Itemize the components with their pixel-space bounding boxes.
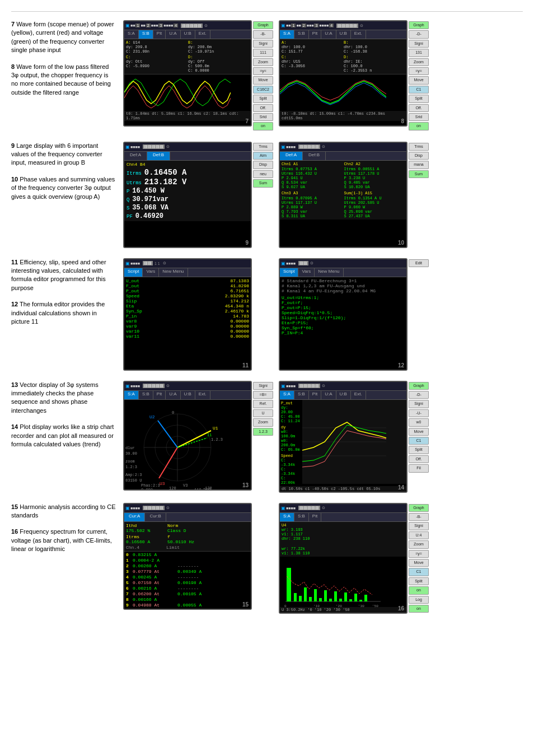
tab-sa-16[interactable]: S:A <box>280 513 294 521</box>
rbtn-trms-10[interactable]: Trms <box>409 143 429 151</box>
rbtn-graph-8[interactable]: Graph <box>409 21 429 29</box>
rbtn-graph-14[interactable]: Graph <box>409 382 429 390</box>
rbtn-move-14[interactable]: Move <box>409 428 429 436</box>
rbtn-move-7[interactable]: Move <box>253 76 273 84</box>
tab-ub-14[interactable]: U:B <box>336 391 351 399</box>
rbtn-y-16[interactable]: =y= <box>409 550 429 558</box>
rbtn-y-7[interactable]: =y= <box>253 67 273 75</box>
rbtn-move-16[interactable]: Move <box>409 559 429 567</box>
rbtn-on-7[interactable]: on <box>253 122 273 130</box>
rbtn-signi-7[interactable]: Signi <box>253 40 273 48</box>
tab-plt-7[interactable]: Plt <box>153 30 166 39</box>
rbtn-zoom-16[interactable]: Zoom <box>409 540 429 548</box>
rbtn-d-14[interactable]: -D- <box>409 391 429 399</box>
tab-ext-14[interactable]: Ext. <box>351 391 366 399</box>
tab-ua-14[interactable]: U:A <box>321 391 336 399</box>
rbtn-zoom-7[interactable]: Zoom <box>253 58 273 66</box>
tab-sa-14[interactable]: S:A <box>280 391 294 399</box>
tab-sb-14[interactable]: S:B <box>294 391 309 399</box>
rbtn-trms-9[interactable]: Trms <box>253 143 273 151</box>
rbtn-sum-10[interactable]: Sum <box>409 170 429 178</box>
rbtn-off-8[interactable]: Off. <box>409 104 429 112</box>
rbtn-d-8[interactable]: -D- <box>409 30 429 38</box>
tab-defa-10[interactable]: Def:A <box>280 152 303 160</box>
rbtn-u-14[interactable]: -U- <box>409 409 429 417</box>
tab-ua-7[interactable]: U:A <box>166 30 180 39</box>
tab-vars-12[interactable]: Vars <box>298 268 315 277</box>
rbtn-ref-13[interactable]: Ref. <box>253 400 273 408</box>
tab-ext-13[interactable]: Ext. <box>195 391 210 399</box>
tab-sb-13[interactable]: S:B <box>139 391 153 399</box>
rbtn-on-8[interactable]: on <box>409 122 429 130</box>
rbtn-edit-12[interactable]: Edit <box>409 259 429 267</box>
rbtn-srid-8[interactable]: Srid <box>409 113 429 121</box>
tab-script-12[interactable]: Script <box>280 268 298 277</box>
rbtn-u-13[interactable]: U <box>253 409 273 417</box>
tab-sb-8[interactable]: S:B <box>294 30 309 39</box>
tab-sa-7[interactable]: S:A <box>124 30 139 39</box>
rbtn-split-14[interactable]: Split <box>409 446 429 454</box>
rbtn-aim-9[interactable]: Aim <box>253 152 273 160</box>
rbtn-split-16[interactable]: Split <box>409 577 429 585</box>
tab-defb-9[interactable]: Def:B <box>147 152 170 160</box>
tab-pit-16[interactable]: Pit <box>309 513 321 521</box>
rbtn-log-16[interactable]: Log <box>409 596 429 604</box>
rbtn-on2-16[interactable]: on <box>409 605 429 613</box>
rbtn-signi-16[interactable]: Signi <box>409 522 429 530</box>
tab-sb-7[interactable]: S:B <box>139 30 153 39</box>
rbtn-c1-8[interactable]: C1 <box>409 86 429 94</box>
rbtn-sum-9[interactable]: Sum <box>253 179 273 187</box>
tab-ext-7[interactable]: Ext. <box>195 30 210 39</box>
rbtn-neu-9[interactable]: neu <box>253 170 273 178</box>
tab-ext-8[interactable]: Ext. <box>351 30 366 39</box>
rbtn-123-13[interactable]: 1.2.3 <box>253 428 273 436</box>
rbtn-mana-10[interactable]: mana <box>409 161 429 169</box>
tab-vars-11[interactable]: Vars <box>143 268 159 277</box>
tab-ua-13[interactable]: U:A <box>166 391 180 399</box>
tab-newmenu-11[interactable]: New Menu <box>159 268 188 277</box>
rbtn-fil-14[interactable]: Fil <box>409 464 429 472</box>
tab-plt-14[interactable]: Plt <box>309 391 321 399</box>
tab-plt-8[interactable]: Plt <box>309 30 321 39</box>
rbtn-move-8[interactable]: Move <box>409 76 429 84</box>
rbtn-c16c2-7[interactable]: C16C2 <box>253 86 273 94</box>
tab-sb-16[interactable]: S:B <box>294 513 309 521</box>
rbtn-b-13[interactable]: =B= <box>253 391 273 399</box>
tab-sa-8[interactable]: S:A <box>280 30 294 39</box>
rbtn-b-16[interactable]: -B- <box>409 513 429 521</box>
tab-defa-9[interactable]: Def:A <box>124 152 147 160</box>
rbtn-off-14[interactable]: Off. <box>409 455 429 463</box>
tab-sa-13[interactable]: S:A <box>124 391 139 399</box>
rbtn-signi-8[interactable]: Signi <box>409 40 429 48</box>
rbtn-u4-16[interactable]: U:4 <box>409 531 429 539</box>
rbtn-y-8[interactable]: =y= <box>409 67 429 75</box>
rbtn-signi-13[interactable]: Signi <box>253 382 273 390</box>
rbtn-off-7[interactable]: Off. <box>253 104 273 112</box>
tab-ua-8[interactable]: U:A <box>321 30 336 39</box>
rbtn-131-8[interactable]: 131 <box>409 49 429 57</box>
rbtn-srid-7[interactable]: Srid <box>253 113 273 121</box>
tab-plt-13[interactable]: Plt <box>153 391 166 399</box>
rbtn-on-16[interactable]: on <box>409 586 429 594</box>
rbtn-zoom-13[interactable]: Zoom <box>253 418 273 426</box>
rbtn-c1-14[interactable]: C1 <box>409 437 429 445</box>
rbtn-graph-16[interactable]: Graph <box>409 504 429 512</box>
rbtn-zoom-8[interactable]: Zoom <box>409 58 429 66</box>
tab-ub-13[interactable]: U:B <box>181 391 195 399</box>
tab-script-11[interactable]: Script <box>124 268 143 277</box>
tab-ub-8[interactable]: U:B <box>336 30 351 39</box>
rbtn-disp-9[interactable]: Disp <box>253 161 273 169</box>
tab-curb-15[interactable]: Cur:B <box>145 513 166 521</box>
rbtn-graph-7[interactable]: Graph <box>253 21 273 29</box>
rbtn-111-7[interactable]: 111 <box>253 49 273 57</box>
rbtn-split-8[interactable]: Split <box>409 95 429 102</box>
rbtn-split-7[interactable]: Split <box>253 95 273 102</box>
rbtn-c1-16[interactable]: C1 <box>409 568 429 576</box>
tab-ub-7[interactable]: U:B <box>181 30 195 39</box>
tab-defb-10[interactable]: Def:B <box>303 152 326 160</box>
rbtn-signi-14[interactable]: Signi <box>409 400 429 408</box>
tab-newmenu-12[interactable]: New Menu <box>315 268 343 277</box>
rbtn-b-7[interactable]: -B- <box>253 30 273 38</box>
rbtn-disp-10[interactable]: Disp <box>409 152 429 160</box>
tab-cura-15[interactable]: Cur:A <box>124 513 145 521</box>
